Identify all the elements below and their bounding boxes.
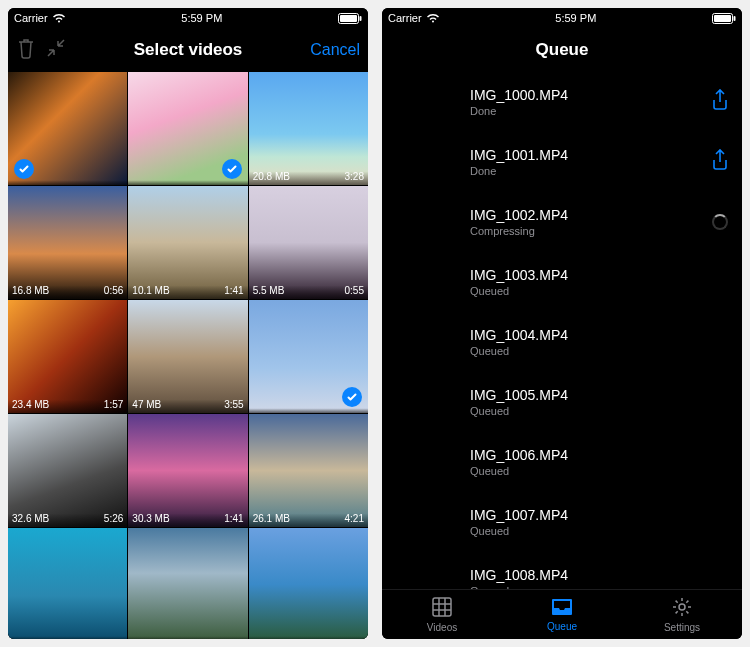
tab-label: Videos: [427, 622, 457, 633]
svg-rect-5: [734, 16, 736, 21]
queue-row[interactable]: IMG_1003.MP4 Queued: [382, 252, 742, 312]
tab-settings[interactable]: Settings: [622, 590, 742, 639]
phone-queue: Carrier 5:59 PM Queue IMG_1000.MP4 Done …: [382, 8, 742, 639]
queue-filename: IMG_1000.MP4: [470, 87, 708, 103]
queue-row[interactable]: IMG_1004.MP4 Queued: [382, 312, 742, 372]
video-cell[interactable]: 20.8 MB 3:28: [249, 72, 368, 185]
svg-rect-6: [433, 598, 451, 616]
video-cell[interactable]: 5.5 MB 0:55: [249, 186, 368, 299]
video-meta: 16.8 MB 0:56: [8, 282, 127, 299]
video-duration: 5:26: [104, 513, 123, 524]
queue-status: Queued: [470, 525, 708, 537]
nav-bar: Queue: [382, 28, 742, 72]
video-duration: 1:41: [224, 285, 243, 296]
grid-icon: [431, 596, 453, 620]
queue-status: Queued: [470, 465, 708, 477]
queue-row[interactable]: IMG_1002.MP4 Compressing: [382, 192, 742, 252]
queue-status: Queued: [470, 285, 708, 297]
video-cell[interactable]: [8, 528, 127, 639]
queue-filename: IMG_1005.MP4: [470, 387, 708, 403]
queue-filename: IMG_1003.MP4: [470, 267, 708, 283]
tab-label: Settings: [664, 622, 700, 633]
selected-check-icon: [14, 159, 34, 179]
video-cell[interactable]: [249, 300, 368, 413]
queue-thumb: [382, 133, 460, 191]
video-size: 32.6 MB: [12, 513, 49, 524]
queue-row[interactable]: IMG_1008.MP4 Queued: [382, 552, 742, 589]
video-cell[interactable]: [8, 72, 127, 185]
video-meta: [128, 635, 247, 639]
gear-icon: [671, 596, 693, 620]
svg-rect-1: [340, 15, 357, 22]
video-duration: 1:41: [224, 513, 243, 524]
video-meta: 10.1 MB 1:41: [128, 282, 247, 299]
video-cell[interactable]: [128, 528, 247, 639]
status-bar: Carrier 5:59 PM: [8, 8, 368, 28]
battery-icon: [712, 13, 736, 24]
video-cell[interactable]: 32.6 MB 5:26: [8, 414, 127, 527]
queue-thumb: [382, 493, 460, 551]
queue-filename: IMG_1008.MP4: [470, 567, 708, 583]
page-title: Select videos: [86, 40, 290, 60]
video-cell[interactable]: 47 MB 3:55: [128, 300, 247, 413]
svg-point-7: [679, 604, 685, 610]
video-size: 47 MB: [132, 399, 161, 410]
video-size: 30.3 MB: [132, 513, 169, 524]
trash-icon[interactable]: [16, 37, 36, 63]
page-title: Queue: [460, 40, 664, 60]
queue-filename: IMG_1006.MP4: [470, 447, 708, 463]
video-duration: 3:28: [345, 171, 364, 182]
video-cell[interactable]: 30.3 MB 1:41: [128, 414, 247, 527]
queue-status: Done: [470, 105, 708, 117]
queue-filename: IMG_1002.MP4: [470, 207, 708, 223]
queue-row[interactable]: IMG_1006.MP4 Queued: [382, 432, 742, 492]
share-icon[interactable]: [710, 88, 730, 116]
queue-status: Compressing: [470, 225, 708, 237]
video-meta: 47 MB 3:55: [128, 396, 247, 413]
video-meta: [8, 179, 127, 185]
carrier-label: Carrier: [14, 12, 48, 24]
queue-filename: IMG_1007.MP4: [470, 507, 708, 523]
svg-rect-2: [360, 16, 362, 21]
video-meta: 32.6 MB 5:26: [8, 510, 127, 527]
tab-videos[interactable]: Videos: [382, 590, 502, 639]
video-cell[interactable]: 10.1 MB 1:41: [128, 186, 247, 299]
cancel-button[interactable]: Cancel: [310, 41, 360, 59]
selected-check-icon: [342, 387, 362, 407]
video-size: 10.1 MB: [132, 285, 169, 296]
video-cell[interactable]: [128, 72, 247, 185]
queue-row[interactable]: IMG_1000.MP4 Done: [382, 72, 742, 132]
video-meta: 23.4 MB 1:57: [8, 396, 127, 413]
clock: 5:59 PM: [555, 12, 596, 24]
video-duration: 0:55: [345, 285, 364, 296]
clock: 5:59 PM: [181, 12, 222, 24]
compress-icon[interactable]: [46, 38, 66, 62]
video-grid[interactable]: 20.8 MB 3:28 16.8 MB 0:56 10.1 MB 1:41 5…: [8, 72, 368, 639]
queue-list[interactable]: IMG_1000.MP4 Done IMG_1001.MP4 Done IMG_…: [382, 72, 742, 589]
video-size: 16.8 MB: [12, 285, 49, 296]
video-cell[interactable]: 26.1 MB 4:21: [249, 414, 368, 527]
video-size: 23.4 MB: [12, 399, 49, 410]
inbox-icon: [550, 597, 574, 619]
svg-rect-4: [714, 15, 731, 22]
queue-row[interactable]: IMG_1005.MP4 Queued: [382, 372, 742, 432]
queue-thumb: [382, 433, 460, 491]
video-meta: [249, 635, 368, 639]
tab-bar: Videos Queue Settings: [382, 589, 742, 639]
queue-thumb: [382, 313, 460, 371]
queue-row[interactable]: IMG_1001.MP4 Done: [382, 132, 742, 192]
video-cell[interactable]: 23.4 MB 1:57: [8, 300, 127, 413]
wifi-icon: [426, 13, 440, 23]
wifi-icon: [52, 13, 66, 23]
video-duration: 1:57: [104, 399, 123, 410]
video-cell[interactable]: [249, 528, 368, 639]
queue-thumb: [382, 73, 460, 131]
queue-row[interactable]: IMG_1007.MP4 Queued: [382, 492, 742, 552]
queue-status: Done: [470, 165, 708, 177]
video-meta: 30.3 MB 1:41: [128, 510, 247, 527]
spinner-icon: [712, 214, 728, 230]
tab-label: Queue: [547, 621, 577, 632]
tab-queue[interactable]: Queue: [502, 590, 622, 639]
share-icon[interactable]: [710, 148, 730, 176]
video-cell[interactable]: 16.8 MB 0:56: [8, 186, 127, 299]
